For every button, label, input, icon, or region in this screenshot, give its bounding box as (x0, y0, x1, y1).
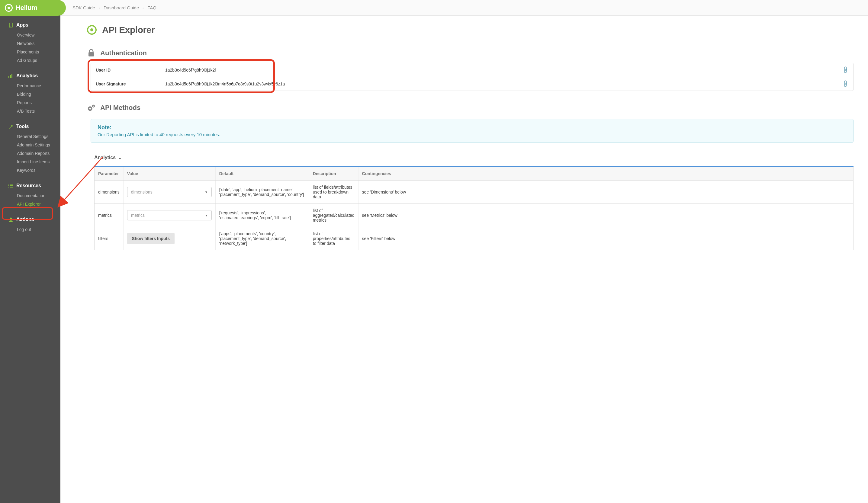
sidebar-item-adomain-reports[interactable]: Adomain Reports (0, 149, 60, 158)
sidebar-item-overview[interactable]: Overview (0, 31, 60, 39)
caret-down-icon: ▼ (205, 190, 208, 194)
sidebar: Helium Apps Overview Networks Placements… (0, 0, 60, 503)
nav-header-resources[interactable]: Resources (0, 183, 60, 188)
auth-row-label: User Signature (91, 77, 161, 91)
svg-rect-2 (9, 76, 9, 78)
cell-param: filters (94, 227, 124, 250)
nav-header-label: Apps (16, 22, 28, 28)
cell-default: ['apps', 'placements', 'country', 'place… (215, 227, 309, 250)
svg-rect-7 (9, 185, 9, 186)
select-placeholder: dimensions (131, 190, 153, 195)
cell-default: ['requests', 'impressions', 'estimated_e… (215, 204, 309, 227)
note-title: Note: (97, 124, 847, 131)
th-value: Value (123, 167, 215, 180)
show-filters-button[interactable]: Show filters Inputs (127, 233, 175, 244)
cell-cont: see 'Filters' below (358, 227, 853, 250)
svg-rect-5 (9, 184, 9, 185)
cell-param: dimensions (94, 180, 124, 204)
sidebar-item-performance[interactable]: Performance (0, 82, 60, 90)
sidebar-item-api-explorer[interactable]: API Explorer (0, 200, 60, 208)
lock-icon (87, 49, 95, 57)
collapse-label: Analytics (94, 155, 116, 160)
sidebar-item-documentation[interactable]: Documentation (0, 191, 60, 200)
chevron-right-icon: › (143, 6, 144, 10)
gears-icon (87, 104, 95, 112)
svg-rect-8 (10, 185, 13, 186)
th-description: Description (309, 167, 358, 180)
cell-desc: list of fields/attributes used to breakd… (309, 180, 358, 204)
sidebar-item-import-line-items[interactable]: Import Line Items (0, 158, 60, 166)
brand-name: Helium (16, 4, 38, 12)
nav-header-label: Analytics (16, 73, 38, 78)
cell-cont: see 'Metrics' below (358, 204, 853, 227)
svg-rect-10 (10, 187, 13, 188)
breadcrumb-dashboard-guide[interactable]: Dashboard Guide (104, 5, 139, 10)
svg-rect-3 (10, 75, 11, 78)
sidebar-item-networks[interactable]: Networks (0, 39, 60, 48)
cell-default: ['date', 'app', 'helium_placement_name',… (215, 180, 309, 204)
cell-param: metrics (94, 204, 124, 227)
svg-rect-12 (89, 52, 94, 56)
breadcrumb: SDK Guide › Dashboard Guide › FAQ (60, 0, 868, 16)
nav-header-label: Actions (16, 217, 34, 222)
methods-section-title: API Methods (100, 104, 141, 112)
nav-header-analytics[interactable]: Analytics (0, 73, 60, 78)
svg-point-11 (10, 217, 12, 220)
nav-header-label: Resources (16, 183, 41, 188)
auth-row-value: 1a2b3c4d5e6f7g8h9i0j1k2l3m4n5o6p7q8r9s0t… (161, 77, 837, 91)
page-title-icon (87, 25, 97, 35)
th-contingencies: Contingencies (358, 167, 853, 180)
analytics-collapse-toggle[interactable]: Analytics ⌄ (94, 155, 854, 160)
sidebar-item-log-out[interactable]: Log out (0, 225, 60, 234)
table-row: metrics metrics ▼ ['requests', 'impressi… (94, 204, 854, 227)
auth-table: User ID 1a2b3c4d5e6f7g8h9i0j1k2l 🔗 User … (91, 63, 854, 91)
page-title: API Explorer (102, 25, 155, 35)
dimensions-select[interactable]: dimensions ▼ (127, 187, 212, 197)
link-icon[interactable]: 🔗 (841, 66, 850, 74)
auth-section-title: Authentication (100, 49, 147, 57)
select-placeholder: metrics (131, 213, 145, 218)
mobile-icon (9, 23, 13, 28)
nav-header-apps[interactable]: Apps (0, 22, 60, 28)
svg-rect-6 (10, 184, 13, 185)
note-text: Our Reporting API is limited to 40 reque… (97, 132, 847, 137)
cell-cont: see 'Dimensions' below (358, 180, 853, 204)
user-icon (9, 217, 13, 222)
nav-header-tools[interactable]: Tools (0, 124, 60, 129)
svg-point-16 (93, 106, 94, 107)
sidebar-item-reports[interactable]: Reports (0, 98, 60, 107)
sidebar-item-adomain-settings[interactable]: Adomain Settings (0, 141, 60, 149)
sidebar-item-bidding[interactable]: Bidding (0, 90, 60, 98)
sidebar-item-ab-tests[interactable]: A/B Tests (0, 107, 60, 115)
params-table: Parameter Value Default Description Cont… (94, 166, 854, 250)
list-icon (9, 184, 13, 188)
sidebar-item-placements[interactable]: Placements (0, 48, 60, 56)
sidebar-item-ad-groups[interactable]: Ad Groups (0, 56, 60, 65)
cell-desc: list of aggregated/calculated metrics (309, 204, 358, 227)
chevron-down-icon: ⌄ (118, 155, 122, 160)
nav-header-actions[interactable]: Actions (0, 217, 60, 222)
th-default: Default (215, 167, 309, 180)
svg-point-14 (89, 108, 91, 109)
cell-desc: list of properties/attributes to filter … (309, 227, 358, 250)
chart-icon (9, 74, 13, 78)
th-parameter: Parameter (94, 167, 124, 180)
breadcrumb-sdk-guide[interactable]: SDK Guide (72, 5, 95, 10)
note-box: Note: Our Reporting API is limited to 40… (91, 119, 854, 143)
auth-row-label: User ID (91, 63, 161, 77)
chevron-right-icon: › (99, 6, 100, 10)
link-icon[interactable]: 🔗 (841, 80, 850, 88)
auth-row-value: 1a2b3c4d5e6f7g8h9i0j1k2l (161, 63, 837, 77)
svg-point-1 (11, 26, 11, 27)
sidebar-item-keywords[interactable]: Keywords (0, 166, 60, 175)
svg-rect-4 (11, 74, 12, 78)
logo-bar[interactable]: Helium (0, 0, 66, 16)
nav-header-label: Tools (16, 124, 29, 129)
caret-down-icon: ▼ (205, 214, 208, 217)
breadcrumb-faq[interactable]: FAQ (147, 5, 156, 10)
svg-rect-9 (9, 187, 9, 188)
metrics-select[interactable]: metrics ▼ (127, 210, 212, 220)
table-row: filters Show filters Inputs ['apps', 'pl… (94, 227, 854, 250)
sidebar-item-general-settings[interactable]: General Settings (0, 132, 60, 141)
content-area: SDK Guide › Dashboard Guide › FAQ API Ex… (60, 0, 868, 503)
